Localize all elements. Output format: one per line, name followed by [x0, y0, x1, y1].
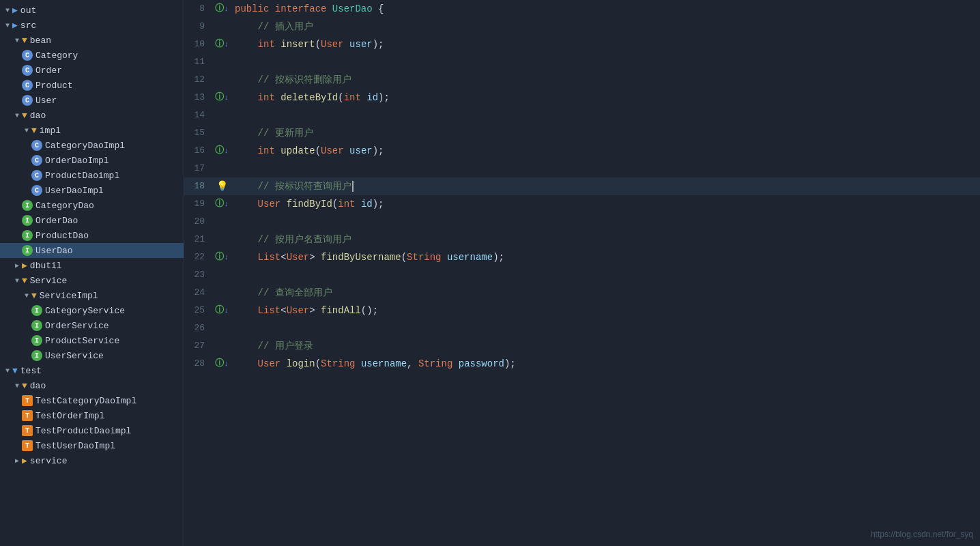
tree-item-dao-test[interactable]: ▼ dao — [0, 378, 184, 393]
line-content-8: public interface UserDao { — [232, 0, 980, 18]
gutter-10[interactable]: ⓘ ↓ — [212, 35, 232, 53]
gutter-arrow-13: ↓ — [224, 89, 229, 106]
line-num-27: 27 — [184, 337, 212, 355]
gutter-arrow-16: ↓ — [224, 142, 229, 160]
gutter-8[interactable]: ⓘ ↓ — [212, 0, 232, 18]
tree-item-order[interactable]: C Order — [0, 63, 184, 78]
tree-label-testproductdaoimpl: TestProductDaoimpl — [35, 426, 131, 436]
folder-icon-service: ▼ — [22, 276, 27, 286]
tree-label-bean: bean — [30, 35, 51, 46]
tree-item-src[interactable]: ▶ src — [0, 18, 184, 33]
gutter-19[interactable]: ⓘ ↓ — [212, 195, 232, 213]
tree-item-product[interactable]: C Product — [0, 78, 184, 93]
folder-icon-service-test: ▶ — [22, 455, 27, 466]
tree-label-impl: impl — [40, 126, 61, 136]
tree-item-impl[interactable]: ▼ impl — [0, 123, 184, 138]
gutter-25[interactable]: ⓘ ↓ — [212, 302, 232, 319]
tree-label-service-test: service — [30, 456, 68, 466]
code-line-14: 14 — [184, 106, 980, 124]
code-line-8: 8 ⓘ ↓ public interface UserDao { — [184, 0, 980, 18]
code-line-17: 17 — [184, 160, 980, 177]
gutter-info-22: ⓘ — [215, 248, 224, 266]
gutter-22[interactable]: ⓘ ↓ — [212, 248, 232, 266]
arrow-test — [3, 367, 12, 375]
tree-label-order: Order — [35, 66, 62, 76]
code-line-21: 21 // 按用户名查询用户 — [184, 231, 980, 248]
tree-item-category[interactable]: C Category — [0, 48, 184, 63]
tree-item-serviceimpl[interactable]: ▼ ServiceImpl — [0, 288, 184, 303]
tree-item-productdao[interactable]: I ProductDao — [0, 228, 184, 243]
tree-label-dbutil: dbutil — [30, 261, 62, 271]
tree-item-productservice[interactable]: I ProductService — [0, 333, 184, 348]
tree-item-bean[interactable]: ▼ bean — [0, 33, 184, 48]
tree-item-userdaoimpl[interactable]: C UserDaoImpl — [0, 183, 184, 198]
code-editor[interactable]: 8 ⓘ ↓ public interface UserDao { 9 // 插入… — [184, 0, 980, 546]
tree-label-categorydao: CategoryDao — [35, 201, 94, 211]
tree-item-testuserdaoimpl[interactable]: T TestUserDaoImpl — [0, 438, 184, 453]
arrow-out — [3, 7, 12, 14]
tree-item-user-bean[interactable]: C User — [0, 93, 184, 108]
tree-item-out[interactable]: ▶ out — [0, 3, 184, 18]
arrow-src — [3, 22, 12, 29]
gutter-arrow-25: ↓ — [224, 302, 229, 319]
folder-icon-dao: ▼ — [22, 111, 27, 121]
line-num-20: 20 — [184, 213, 212, 231]
gutter-16[interactable]: ⓘ ↓ — [212, 142, 232, 160]
line-num-21: 21 — [184, 231, 212, 248]
class-icon-category: C — [22, 50, 33, 61]
code-line-27: 27 // 用户登录 — [184, 337, 980, 355]
tree-label-orderdaoimpl: OrderDaoImpl — [45, 156, 109, 166]
tree-item-service[interactable]: ▼ Service — [0, 273, 184, 288]
line-content-13: int deleteById(int id); — [232, 89, 980, 106]
class-icon-order: C — [22, 65, 33, 76]
code-line-25: 25 ⓘ ↓ List<User> findAll(); — [184, 302, 980, 319]
tree-item-productdaoimpl[interactable]: C ProductDaoimpl — [0, 168, 184, 183]
tree-item-service-test[interactable]: ▶ service — [0, 453, 184, 468]
folder-icon-serviceimpl: ▼ — [31, 291, 37, 301]
file-tree[interactable]: ▶ out ▶ src ▼ bean C Category C Order C … — [0, 0, 184, 546]
line-num-15: 15 — [184, 124, 212, 142]
tree-item-testorderimpl[interactable]: T TestOrderImpl — [0, 408, 184, 423]
line-num-23: 23 — [184, 266, 212, 284]
interface-icon-orderservice: I — [31, 320, 42, 331]
tree-item-categorydaoimpl[interactable]: C CategoryDaoImpl — [0, 138, 184, 153]
gutter-13[interactable]: ⓘ ↓ — [212, 89, 232, 106]
tree-item-orderdaoimpl[interactable]: C OrderDaoImpl — [0, 153, 184, 168]
folder-icon-dao-test: ▼ — [22, 381, 27, 391]
tree-item-userdao[interactable]: I UserDao — [0, 243, 184, 258]
interface-icon-productservice: I — [31, 335, 42, 346]
tree-item-categorydao[interactable]: I CategoryDao — [0, 198, 184, 213]
code-line-22: 22 ⓘ ↓ List<User> findByUsername(String … — [184, 248, 980, 266]
tree-item-testcategorydaoimpl[interactable]: T TestCategoryDaoImpl — [0, 393, 184, 408]
line-num-14: 14 — [184, 106, 212, 124]
tree-label-orderservice: OrderService — [45, 321, 109, 331]
tree-item-testproductdaoimpl[interactable]: T TestProductDaoimpl — [0, 423, 184, 438]
interface-icon-userservice: I — [31, 350, 42, 361]
arrow-serviceimpl — [22, 292, 31, 300]
tree-item-orderservice[interactable]: I OrderService — [0, 318, 184, 333]
line-content-15: // 更新用户 — [232, 124, 980, 142]
code-line-20: 20 — [184, 213, 980, 231]
code-line-11: 11 — [184, 53, 980, 71]
tree-item-categoryservice[interactable]: I CategoryService — [0, 303, 184, 318]
class-icon-categorydaoimpl: C — [31, 140, 42, 151]
tree-item-dao[interactable]: ▼ dao — [0, 108, 184, 123]
tree-item-dbutil[interactable]: ▶ dbutil — [0, 258, 184, 273]
interface-icon-userdao: I — [22, 245, 33, 256]
tree-label-src: src — [20, 20, 36, 31]
tree-label-dao: dao — [30, 111, 46, 121]
interface-icon-orderdao: I — [22, 215, 33, 226]
tree-item-test[interactable]: ▼ test — [0, 363, 184, 378]
code-line-12: 12 // 按标识符删除用户 — [184, 71, 980, 89]
line-content-25: List<User> findAll(); — [232, 302, 980, 319]
line-content-27: // 用户登录 — [232, 337, 980, 355]
gutter-18[interactable]: 💡 — [212, 177, 232, 195]
tree-item-orderdao[interactable]: I OrderDao — [0, 213, 184, 228]
code-line-19: 19 ⓘ ↓ User findById(int id); — [184, 195, 980, 213]
tree-item-userservice[interactable]: I UserService — [0, 348, 184, 363]
test-icon-testuserdaoimpl: T — [22, 440, 33, 451]
code-line-9: 9 // 插入用户 — [184, 18, 980, 35]
gutter-28[interactable]: ⓘ ↓ — [212, 355, 232, 373]
line-num-16: 16 — [184, 142, 212, 160]
code-line-26: 26 — [184, 319, 980, 337]
